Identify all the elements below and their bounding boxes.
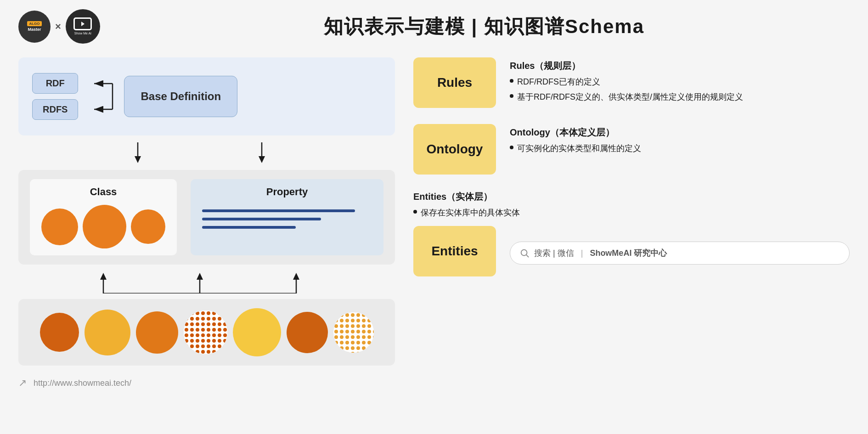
entities-badge-row: Entities 搜索 | 微信 | ShowMeAI 研究中心 (413, 226, 850, 276)
page-title: 知识表示与建模 | 知识图谱Schema (118, 14, 850, 39)
algo-master-logo: ALGO Master (18, 11, 51, 43)
entities-heading: Entities（实体层） (413, 191, 850, 203)
diagram-section: RDF RDFS (18, 57, 395, 425)
search-divider: | (581, 248, 583, 258)
rdf-rdfs-stack: RDF RDFS (32, 73, 78, 120)
x-divider: × (55, 21, 61, 33)
prop-line-3 (202, 226, 296, 229)
rules-bullet-2: 基于RDF/RDFS定义的、供实体类型/属性定义使用的规则定义 (510, 91, 850, 103)
entities-to-ontology-arrows (18, 271, 395, 292)
rules-info-row: Rules Rules（规则层） RDF/RDFS已有的定义 基于RDF/RDF… (413, 57, 850, 108)
bracket-svg (87, 71, 115, 122)
class-title: Class (39, 186, 168, 198)
svg-point-24 (521, 250, 527, 256)
base-definition-box: Base Definition (124, 76, 237, 117)
entities-badge: Entities (413, 226, 496, 276)
entity-circle-7-dotted (333, 312, 374, 353)
prop-line-1 (202, 209, 355, 212)
entity-circle-1 (40, 313, 79, 352)
svg-marker-15 (197, 273, 203, 280)
rules-box: RDF RDFS (18, 57, 395, 135)
entity-circle-2 (85, 310, 130, 355)
svg-marker-7 (135, 156, 141, 163)
bullet-dot-3 (510, 146, 513, 149)
bullet-dot-4 (413, 210, 417, 214)
algo-label: ALGO (27, 21, 41, 26)
entity-circle-5 (233, 308, 281, 356)
ontology-box: Class Property (18, 170, 395, 265)
property-title: Property (202, 186, 372, 198)
rules-info-text: Rules（规则层） RDF/RDFS已有的定义 基于RDF/RDFS定义的、供… (510, 57, 850, 106)
entities-circles (30, 308, 383, 356)
entities-search-area: 搜索 | 微信 | ShowMeAI 研究中心 (510, 238, 850, 265)
entities-bullet-1: 保存在实体库中的具体实体 (413, 207, 850, 219)
entity-circle-4-dotted (184, 310, 227, 354)
rules-inner: RDF RDFS (32, 69, 381, 124)
svg-marker-8 (259, 156, 265, 163)
class-section: Class (30, 179, 177, 255)
rules-bullet-1-text: RDF/RDFS已有的定义 (517, 76, 600, 88)
ontology-info-text: Ontology（本体定义层） 可实例化的实体类型和属性的定义 (510, 124, 850, 158)
svg-rect-19 (184, 310, 227, 354)
rules-to-ontology-arrow (18, 142, 395, 163)
arrow-bracket (87, 69, 115, 124)
bullet-dot-1 (510, 79, 513, 83)
ontology-inner: Class Property (30, 179, 383, 255)
svg-line-25 (526, 255, 529, 257)
class-circle-3 (131, 209, 165, 244)
footer-url: http://www.showmeai.tech/ (34, 378, 131, 388)
class-circle-1 (41, 209, 78, 245)
svg-marker-14 (293, 273, 299, 280)
ontology-badge: Ontology (413, 124, 496, 175)
rules-bullet-1: RDF/RDFS已有的定义 (510, 76, 850, 88)
showme-logo: Show Me AI (66, 9, 100, 44)
info-panel: Rules Rules（规则层） RDF/RDFS已有的定义 基于RDF/RDF… (413, 57, 850, 425)
property-lines (202, 205, 372, 233)
bullet-dot-2 (510, 94, 513, 98)
showme-text: Show Me AI (74, 32, 91, 35)
content-area: RDF RDFS (18, 57, 850, 425)
header: ALGO Master × Show Me AI 知识表示与建模 | 知识图谱S… (18, 9, 850, 44)
logos: ALGO Master × Show Me AI (18, 9, 100, 44)
ontology-bullet-1: 可实例化的实体类型和属性的定义 (510, 142, 850, 155)
rules-heading: Rules（规则层） (510, 60, 850, 72)
entities-section: Entities（实体层） 保存在实体库中的具体实体 Entities (413, 191, 850, 276)
master-label: Master (28, 27, 41, 32)
showme-icon (73, 17, 92, 30)
cursor-icon: ↗ (18, 377, 27, 389)
entity-circle-3 (136, 311, 178, 354)
rdfs-box: RDFS (32, 99, 78, 120)
entities-bullet-1-text: 保存在实体库中的具体实体 (421, 207, 520, 219)
entity-circle-6 (287, 312, 328, 353)
ontology-info-row: Ontology Ontology（本体定义层） 可实例化的实体类型和属性的定义 (413, 124, 850, 175)
footer: ↗ http://www.showmeai.tech/ (18, 372, 395, 389)
ontology-bullet-1-text: 可实例化的实体类型和属性的定义 (517, 142, 641, 155)
property-section: Property (191, 179, 383, 255)
svg-rect-23 (333, 312, 374, 353)
entities-box (18, 299, 395, 366)
main-container: ALGO Master × Show Me AI 知识表示与建模 | 知识图谱S… (0, 0, 868, 434)
ontology-heading: Ontology（本体定义层） (510, 126, 850, 139)
rules-bullet-2-text: 基于RDF/RDFS定义的、供实体类型/属性定义使用的规则定义 (517, 91, 743, 103)
rdf-box: RDF (32, 73, 78, 94)
search-label: 搜索 | 微信 (534, 248, 574, 259)
prop-line-2 (202, 218, 321, 220)
search-icon (519, 248, 530, 258)
search-box[interactable]: 搜索 | 微信 | ShowMeAI 研究中心 (510, 242, 850, 265)
rules-badge: Rules (413, 57, 496, 108)
class-circles (39, 205, 168, 248)
search-bold-text: ShowMeAI 研究中心 (590, 248, 667, 259)
svg-marker-13 (100, 273, 107, 280)
class-circle-2 (83, 205, 126, 248)
